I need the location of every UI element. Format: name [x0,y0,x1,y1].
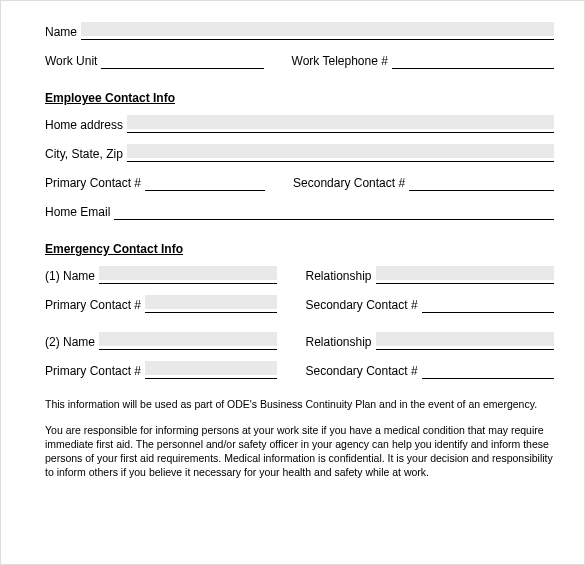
field-city-state-zip[interactable] [127,147,554,162]
field-name[interactable] [81,25,554,40]
field-em1-rel[interactable] [376,269,554,284]
row-em2-contacts: Primary Contact # Secondary Contact # [45,363,554,379]
label-emp-primary: Primary Contact # [45,175,145,191]
field-work-unit[interactable] [101,54,263,69]
field-em1-secondary[interactable] [422,298,554,313]
field-em1-name[interactable] [99,269,277,284]
row-em1-name: (1) Name Relationship [45,268,554,284]
label-em2-name: (2) Name [45,334,99,350]
label-em2-rel: Relationship [305,334,375,350]
section-employee: Employee Contact Info [45,91,554,105]
label-work-tel: Work Telephone # [292,53,392,69]
label-home-address: Home address [45,117,127,133]
section-emergency: Emergency Contact Info [45,242,554,256]
disclaimer-2: You are responsible for informing person… [45,423,554,479]
label-work-unit: Work Unit [45,53,101,69]
field-emp-secondary[interactable] [409,176,554,191]
field-home-email[interactable] [114,205,554,220]
row-name: Name [45,24,554,40]
field-emp-primary[interactable] [145,176,265,191]
label-name: Name [45,24,81,40]
field-em1-primary[interactable] [145,298,277,313]
disclaimer-1: This information will be used as part of… [45,397,554,411]
label-em2-primary: Primary Contact # [45,363,145,379]
label-em1-name: (1) Name [45,268,99,284]
row-home-email: Home Email [45,204,554,220]
label-emp-secondary: Secondary Contact # [293,175,409,191]
label-em1-rel: Relationship [305,268,375,284]
field-work-tel[interactable] [392,54,554,69]
label-em1-secondary: Secondary Contact # [305,297,421,313]
field-em2-primary[interactable] [145,364,277,379]
label-em2-secondary: Secondary Contact # [305,363,421,379]
label-city-state-zip: City, State, Zip [45,146,127,162]
field-home-address[interactable] [127,118,554,133]
row-home-address: Home address [45,117,554,133]
row-work: Work Unit Work Telephone # [45,53,554,69]
row-city-state-zip: City, State, Zip [45,146,554,162]
label-em1-primary: Primary Contact # [45,297,145,313]
row-em1-contacts: Primary Contact # Secondary Contact # [45,297,554,313]
row-em2-name: (2) Name Relationship [45,334,554,350]
row-emp-contacts: Primary Contact # Secondary Contact # [45,175,554,191]
label-home-email: Home Email [45,204,114,220]
field-em2-name[interactable] [99,335,277,350]
field-em2-rel[interactable] [376,335,554,350]
field-em2-secondary[interactable] [422,364,554,379]
